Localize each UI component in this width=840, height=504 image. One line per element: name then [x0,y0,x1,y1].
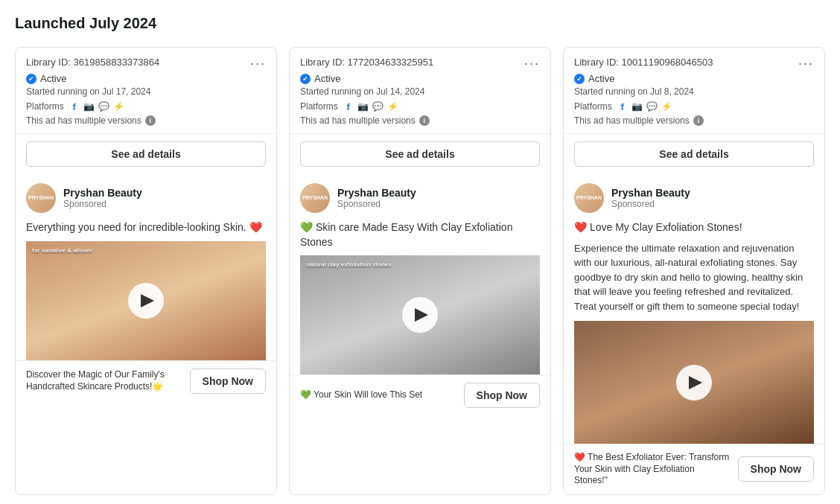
play-btn-1[interactable] [128,283,164,319]
ad-caption-1: Everything you need for incredible-looki… [26,220,266,235]
info-icon-3[interactable]: i [693,115,704,126]
brand-logo-3: PRYSHAN [574,183,604,213]
multiple-versions-text-2: This ad has multiple versions [300,115,416,126]
page-title: Launched July 2024 [15,15,825,32]
status-text-1: Active [40,73,66,84]
shop-now-btn-2[interactable]: Shop Now [464,383,540,408]
brand-logo-2: PRYSHAN [300,183,330,213]
video-overlay-text-2: natural clay exfoliation stones [306,261,534,268]
video-thumbnail-1[interactable]: for sanative & allover [26,241,266,360]
platforms-label-1: Platforms [26,101,64,112]
facebook-icon-3: f [617,101,629,112]
shop-now-btn-1[interactable]: Shop Now [190,369,266,394]
ad-content-3: PRYSHAN Pryshan Beauty Sponsored ❤️ Love… [564,174,824,444]
video-thumbnail-3[interactable] [574,321,814,444]
card-meta-3: Library ID: 10011190968046503 ··· Active… [564,48,824,134]
card-footer-2: 💚 Your Skin Will love This Set Shop Now [290,374,550,415]
brand-name-1: Pryshan Beauty [63,187,142,199]
footer-caption-3: ❤️ The Best Exfoliator Ever: Transform Y… [574,452,738,487]
video-overlay-text-1: for sanative & allover [32,247,260,254]
footer-caption-1: Discover the Magic of Our Family's Handc… [26,369,190,392]
sponsored-text-3: Sponsored [611,199,690,209]
platform-icons-3: f 📷 💬 ⚡ [617,101,673,112]
more-options-2[interactable]: ··· [524,57,540,70]
info-icon-2[interactable]: i [419,115,430,126]
messenger-bubble-icon-2: 💬 [372,101,384,112]
info-icon-1[interactable]: i [145,115,156,126]
ad-card-2: Library ID: 1772034633325951 ··· Active … [289,47,551,495]
see-ad-details-btn-2[interactable]: See ad details [300,141,540,167]
instagram-icon-2: 📷 [357,101,369,112]
brand-info-1: Pryshan Beauty Sponsored [63,187,142,209]
see-ad-details-btn-3[interactable]: See ad details [574,141,814,167]
brand-name-2: Pryshan Beauty [337,187,416,199]
facebook-icon-1: f [69,101,80,112]
brand-info-3: Pryshan Beauty Sponsored [611,187,690,209]
card-meta-2: Library ID: 1772034633325951 ··· Active … [290,48,550,134]
brand-row-3: PRYSHAN Pryshan Beauty Sponsored [574,183,814,213]
instagram-icon-1: 📷 [83,101,95,112]
platforms-label-2: Platforms [300,101,338,112]
brand-info-2: Pryshan Beauty Sponsored [337,187,416,209]
messenger-bubble-icon-1: 💬 [98,101,110,112]
brand-row-1: PRYSHAN Pryshan Beauty Sponsored [26,183,266,213]
messenger-bubble-icon-3: 💬 [646,101,658,112]
more-options-1[interactable]: ··· [250,57,266,70]
card-footer-3: ❤️ The Best Exfoliator Ever: Transform Y… [564,444,824,494]
sponsored-text-1: Sponsored [63,199,142,209]
platform-icons-1: f 📷 💬 ⚡ [69,101,125,112]
footer-caption-2: 💚 Your Skin Will love This Set [300,389,464,401]
sponsored-text-2: Sponsored [337,199,416,209]
instagram-icon-3: 📷 [631,101,643,112]
status-icon-1 [26,74,36,84]
platforms-label-3: Platforms [574,101,612,112]
library-id-2: Library ID: 1772034633325951 [300,57,433,68]
started-running-2: Started running on Jul 14, 2024 [300,86,540,97]
library-id-3: Library ID: 10011190968046503 [574,57,713,68]
started-running-3: Started running on Jul 8, 2024 [574,86,814,97]
ad-description-3: Experience the ultimate relaxation and r… [574,241,814,314]
multiple-versions-text-3: This ad has multiple versions [574,115,690,126]
started-running-1: Started running on Jul 17, 2024 [26,86,266,97]
status-icon-3 [574,74,585,84]
card-meta-1: Library ID: 3619858833373864 ··· Active … [16,48,276,134]
status-icon-2 [300,74,311,84]
ad-content-1: PRYSHAN Pryshan Beauty Sponsored Everyth… [16,174,276,360]
status-text-2: Active [314,73,340,84]
ad-card-1: Library ID: 3619858833373864 ··· Active … [15,47,277,495]
brand-logo-1: PRYSHAN [26,183,56,213]
ad-caption-2: 💚 Skin care Made Easy With Clay Exfoliat… [300,220,540,249]
messenger-icon-2: ⚡ [387,101,399,112]
facebook-icon-2: f [343,101,354,112]
status-text-3: Active [588,73,614,84]
messenger-icon-3: ⚡ [661,101,673,112]
ad-caption-3: ❤️ Love My Clay Exfoliation Stones! [574,220,814,235]
library-id-1: Library ID: 3619858833373864 [26,57,159,68]
messenger-icon-1: ⚡ [113,101,125,112]
ad-card-3: Library ID: 10011190968046503 ··· Active… [563,47,825,495]
cards-grid: Library ID: 3619858833373864 ··· Active … [15,47,825,495]
multiple-versions-text-1: This ad has multiple versions [26,115,141,126]
brand-name-3: Pryshan Beauty [611,187,690,199]
ad-content-2: PRYSHAN Pryshan Beauty Sponsored 💚 Skin … [290,174,550,374]
platform-icons-2: f 📷 💬 ⚡ [343,101,399,112]
play-btn-2[interactable] [402,297,438,333]
see-ad-details-btn-1[interactable]: See ad details [26,141,266,167]
more-options-3[interactable]: ··· [798,57,814,70]
shop-now-btn-3[interactable]: Shop Now [738,456,814,482]
brand-row-2: PRYSHAN Pryshan Beauty Sponsored [300,183,540,213]
play-btn-3[interactable] [676,365,712,401]
card-footer-1: Discover the Magic of Our Family's Handc… [16,360,276,401]
video-thumbnail-2[interactable]: natural clay exfoliation stones [300,255,540,374]
